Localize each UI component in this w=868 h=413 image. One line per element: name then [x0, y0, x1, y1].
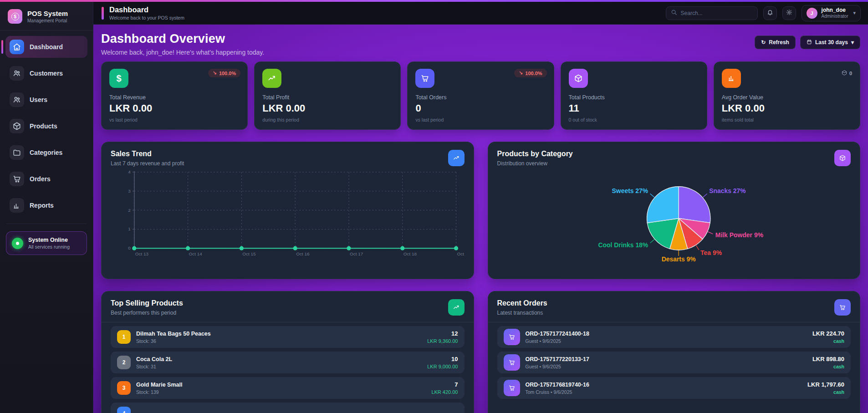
divider: [102, 322, 474, 322]
sidebar-divider: [6, 224, 87, 224]
system-status-badge: System Online All services running: [6, 231, 87, 255]
stat-value: 0: [415, 102, 546, 114]
payment-method: cash: [812, 338, 844, 344]
users-icon: [10, 92, 24, 107]
theme-toggle-button[interactable]: [782, 6, 796, 20]
topbar-title: Dashboard: [109, 5, 184, 14]
sidebar-item-users[interactable]: Users: [5, 89, 87, 111]
stat-card-total-revenue: $ ↘ 100.0% Total Revenue LKR 0.00 vs las…: [101, 61, 248, 130]
product-row[interactable]: 2 Coca Cola 2L Stock: 31 10 LKR 9,000.00: [111, 352, 465, 373]
system-status-subtitle: All services running: [28, 244, 70, 250]
sidebar-item-categories[interactable]: Categories: [5, 142, 87, 163]
svg-text:Oct 13: Oct 13: [135, 251, 149, 256]
product-amount: LKR 9,000.00: [427, 364, 458, 369]
svg-text:2: 2: [128, 208, 131, 213]
product-stock: Stock: 31: [136, 364, 172, 369]
refresh-button[interactable]: ↻ Refresh: [755, 36, 796, 49]
sidebar-item-reports[interactable]: Reports: [5, 194, 87, 216]
cart-icon: [10, 172, 24, 186]
svg-text:Milk Powder 9%: Milk Powder 9%: [715, 231, 763, 239]
product-row[interactable]: 4: [111, 403, 465, 413]
stat-label: Total Orders: [415, 94, 546, 101]
chart-subtitle: Distribution overview: [497, 160, 573, 167]
rank-badge: 3: [117, 381, 131, 395]
sidebar-item-label: Categories: [30, 149, 62, 156]
cart-icon[interactable]: [834, 299, 851, 316]
product-name: Dilmah Tea Bags 50 Peaces: [136, 331, 211, 337]
app-tagline: Management Portal: [27, 18, 68, 23]
sidebar-nav: Dashboard Customers Users Products: [0, 31, 93, 221]
refresh-icon: ↻: [761, 39, 766, 46]
trend-down-badge: ↘ 100.0%: [208, 69, 241, 77]
trend-down-badge: ↘ 100.0%: [514, 69, 547, 77]
order-amount: LKR 898.80: [812, 356, 844, 362]
stat-label: Total Products: [569, 94, 699, 101]
stat-value: LKR 0.00: [722, 102, 852, 114]
chevron-down-icon: ▾: [851, 39, 854, 46]
chevron-down-icon: ▾: [853, 10, 856, 16]
sidebar-item-label: Customers: [30, 70, 63, 77]
sidebar-item-label: Orders: [30, 175, 51, 183]
svg-text:Sweets 27%: Sweets 27%: [612, 187, 648, 194]
stat-card-total-orders: ↘ 100.0% Total Orders 0 vs last period: [407, 61, 554, 130]
product-row[interactable]: 3 Gold Marie Small Stock: 139 7 LKR 420.…: [111, 377, 465, 399]
order-row[interactable]: ORD-1757176819740-16 Tom Cruiss • 9/6/20…: [497, 377, 851, 399]
order-meta: Tom Cruiss • 9/6/2025: [526, 389, 589, 395]
notifications-button[interactable]: [763, 6, 777, 20]
date-range-button[interactable]: Last 30 days ▾: [800, 36, 860, 49]
svg-text:Oct 16: Oct 16: [296, 251, 310, 256]
sidebar-item-label: Dashboard: [30, 43, 63, 51]
svg-text:Oct 19: Oct 19: [457, 251, 465, 256]
product-qty: 12: [427, 330, 458, 337]
order-row[interactable]: ORD-1757177220133-17 Guest • 9/6/2025 LK…: [497, 352, 851, 373]
title-accent-bar: [102, 7, 104, 20]
customers-icon: [10, 66, 24, 81]
order-meta: Guest • 9/6/2025: [526, 364, 589, 369]
folder-icon: [10, 145, 24, 160]
list-title: Recent Orders: [497, 299, 547, 307]
svg-text:Snacks 27%: Snacks 27%: [709, 187, 746, 194]
badge-value: 100.0%: [219, 71, 236, 76]
list-subtitle: Latest transactions: [497, 310, 547, 316]
sales-trend-line-chart: 01234Oct 13Oct 14Oct 15Oct 16Oct 17Oct 1…: [111, 168, 465, 265]
items-count-badge: 0: [841, 69, 853, 78]
search-input[interactable]: [681, 10, 753, 16]
topbar-subtitle: Welcome back to your POS system: [109, 15, 184, 20]
online-status-icon: [12, 238, 23, 249]
rank-badge: 4: [117, 407, 131, 413]
user-role: Administrator: [822, 14, 848, 19]
stat-sub: items sold total: [722, 117, 852, 122]
box-icon: [569, 69, 588, 88]
user-menu[interactable]: J john_doe Administrator ▾: [802, 5, 861, 21]
bar-chart-icon: [10, 198, 24, 213]
avatar: J: [807, 8, 817, 19]
trending-up-icon[interactable]: [448, 150, 465, 166]
stat-label: Total Revenue: [109, 94, 240, 101]
box-icon[interactable]: [834, 150, 851, 166]
sidebar-item-orders[interactable]: Orders: [5, 168, 87, 190]
stat-sub: during this period: [262, 117, 393, 122]
payment-method: cash: [807, 389, 844, 395]
sidebar-item-products[interactable]: Products: [5, 115, 87, 137]
sidebar-item-customers[interactable]: Customers: [5, 62, 87, 84]
sidebar-item-dashboard[interactable]: Dashboard: [5, 36, 87, 58]
stat-sub: vs last period: [415, 117, 546, 122]
order-id: ORD-1757176819740-16: [526, 382, 589, 388]
sidebar-item-label: Reports: [30, 202, 54, 209]
stat-card-avg-order-value: 0 Avg Order Value LKR 0.00 items sold to…: [714, 61, 860, 130]
cart-icon: [504, 380, 520, 396]
product-amount: LKR 9,360.00: [427, 338, 458, 344]
product-amount: LKR 420.00: [431, 389, 458, 395]
order-row[interactable]: ORD-1757177241400-18 Guest • 9/6/2025 LK…: [497, 326, 851, 348]
refresh-label: Refresh: [769, 39, 789, 46]
trending-up-icon[interactable]: [448, 299, 465, 316]
order-meta: Guest • 9/6/2025: [526, 338, 589, 344]
product-name: Gold Marie Small: [136, 382, 182, 388]
cart-icon: [504, 329, 520, 345]
recent-orders-card: Recent Orders Latest transactions ORD-17…: [488, 291, 861, 413]
search-icon: [671, 9, 677, 17]
svg-text:Cool Drinks 18%: Cool Drinks 18%: [598, 241, 648, 249]
product-row[interactable]: 1 Dilmah Tea Bags 50 Peaces Stock: 36 12…: [111, 326, 465, 348]
svg-text:Oct 14: Oct 14: [189, 251, 203, 256]
search-box[interactable]: [666, 6, 758, 20]
